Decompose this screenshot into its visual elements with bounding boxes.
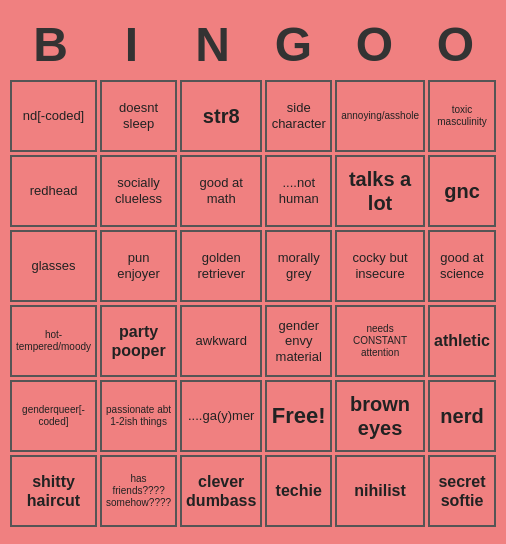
cell-1-3: ....not human bbox=[265, 155, 332, 227]
cell-3-2: awkward bbox=[180, 305, 262, 377]
cell-4-5: nerd bbox=[428, 380, 496, 452]
cell-3-3: gender envy material bbox=[265, 305, 332, 377]
title-letter-n: N bbox=[173, 17, 253, 72]
cell-3-1: party pooper bbox=[100, 305, 177, 377]
cell-4-3: Free! bbox=[265, 380, 332, 452]
cell-1-2: good at math bbox=[180, 155, 262, 227]
title-letter-b: B bbox=[11, 17, 91, 72]
cell-0-4: annoying/asshole bbox=[335, 80, 425, 152]
cell-2-4: cocky but insecure bbox=[335, 230, 425, 302]
cell-3-5: athletic bbox=[428, 305, 496, 377]
cell-5-0: shitty haircut bbox=[10, 455, 97, 527]
bingo-title: B I N G O O bbox=[10, 17, 496, 72]
cell-4-0: genderqueer[-coded] bbox=[10, 380, 97, 452]
cell-0-5: toxic masculinity bbox=[428, 80, 496, 152]
cell-5-5: secret softie bbox=[428, 455, 496, 527]
bingo-grid: nd[-coded]doesnt sleepstr8side character… bbox=[10, 80, 496, 527]
title-letter-g: G bbox=[254, 17, 334, 72]
cell-0-3: side character bbox=[265, 80, 332, 152]
cell-0-0: nd[-coded] bbox=[10, 80, 97, 152]
cell-1-0: redhead bbox=[10, 155, 97, 227]
bingo-card: B I N G O O nd[-coded]doesnt sleepstr8si… bbox=[0, 7, 506, 537]
cell-2-1: pun enjoyer bbox=[100, 230, 177, 302]
cell-4-2: ....ga(y)mer bbox=[180, 380, 262, 452]
title-letter-i: I bbox=[92, 17, 172, 72]
cell-2-2: golden retriever bbox=[180, 230, 262, 302]
cell-2-0: glasses bbox=[10, 230, 97, 302]
cell-2-3: morally grey bbox=[265, 230, 332, 302]
cell-1-4: talks a lot bbox=[335, 155, 425, 227]
title-letter-o1: O bbox=[335, 17, 415, 72]
cell-0-2: str8 bbox=[180, 80, 262, 152]
cell-5-4: nihilist bbox=[335, 455, 425, 527]
cell-3-0: hot-tempered/moody bbox=[10, 305, 97, 377]
cell-1-1: socially clueless bbox=[100, 155, 177, 227]
cell-4-1: passionate abt 1-2ish things bbox=[100, 380, 177, 452]
cell-5-1: has friends???? somehow???? bbox=[100, 455, 177, 527]
cell-1-5: gnc bbox=[428, 155, 496, 227]
cell-2-5: good at science bbox=[428, 230, 496, 302]
cell-5-3: techie bbox=[265, 455, 332, 527]
cell-0-1: doesnt sleep bbox=[100, 80, 177, 152]
cell-3-4: needs CONSTANT attention bbox=[335, 305, 425, 377]
title-letter-o2: O bbox=[416, 17, 496, 72]
cell-5-2: clever dumbass bbox=[180, 455, 262, 527]
cell-4-4: brown eyes bbox=[335, 380, 425, 452]
